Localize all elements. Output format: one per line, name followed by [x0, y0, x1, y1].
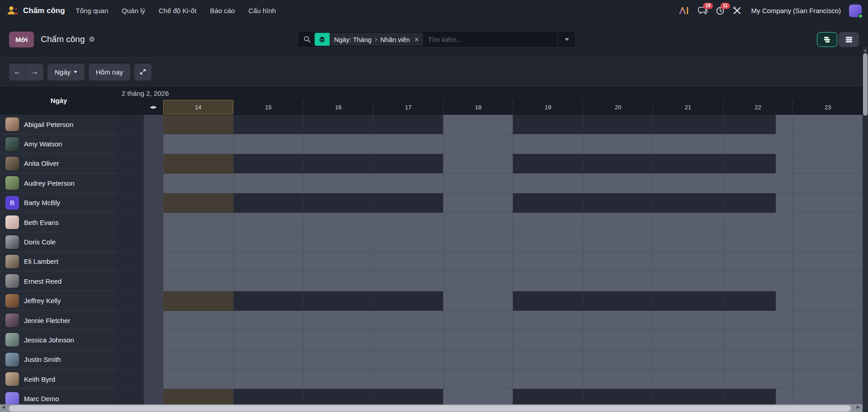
- gantt-cell-day-15[interactable]: [233, 252, 303, 272]
- today-button[interactable]: Hôm nay: [89, 64, 130, 80]
- gantt-cell-day-17[interactable]: [373, 232, 443, 252]
- employee-row[interactable]: Eli Lambert: [0, 252, 118, 272]
- gantt-cell-day-16[interactable]: [303, 193, 373, 213]
- next-button[interactable]: →: [26, 64, 43, 80]
- gantt-cell-day-18[interactable]: [443, 232, 513, 252]
- gantt-cell-day-23[interactable]: [793, 350, 863, 370]
- gantt-cell-day-18[interactable]: [443, 330, 513, 350]
- gantt-cell-day-20[interactable]: [583, 330, 653, 350]
- attendance-app-icon[interactable]: [6, 5, 19, 17]
- facet-close-icon[interactable]: ×: [415, 36, 419, 43]
- gear-icon[interactable]: ⚙: [89, 35, 95, 43]
- gantt-cell-day-22[interactable]: [723, 350, 793, 370]
- gantt-cell-day-22[interactable]: [723, 173, 793, 193]
- gantt-cell-day-15[interactable]: [233, 134, 303, 154]
- menu-item-2[interactable]: Quản lý: [122, 7, 145, 14]
- gantt-view-button[interactable]: [817, 32, 837, 47]
- gantt-cell-day-16[interactable]: [303, 370, 373, 389]
- user-avatar[interactable]: [849, 5, 862, 17]
- search-dropdown-toggle[interactable]: [557, 32, 576, 47]
- menu-item-3[interactable]: Chế độ Ki-ốt: [159, 7, 196, 14]
- gantt-cell-day-19[interactable]: [513, 173, 583, 193]
- gantt-cell-day-22[interactable]: [723, 311, 793, 330]
- gantt-cell-day-19[interactable]: [513, 252, 583, 272]
- horizontal-scrollbar[interactable]: ◀ ▶: [0, 404, 863, 412]
- messages-button[interactable]: 19: [698, 6, 708, 15]
- gantt-cell-day-14[interactable]: [163, 115, 233, 134]
- gantt-cell-day-16[interactable]: [303, 134, 373, 154]
- gantt-cell-day-20[interactable]: [583, 252, 653, 272]
- gantt-cell-day-19[interactable]: [513, 330, 583, 350]
- gantt-cell-day-14[interactable]: [163, 311, 233, 330]
- gantt-cell-day-20[interactable]: [583, 311, 653, 330]
- gantt-cell-day-18[interactable]: [443, 291, 513, 311]
- gantt-cell-day-18[interactable]: [443, 154, 513, 173]
- gantt-cell-day-14[interactable]: [163, 134, 233, 154]
- gantt-cell-day-16[interactable]: [303, 389, 373, 405]
- gantt-cell-day-14[interactable]: [163, 330, 233, 350]
- gantt-cell-day-21[interactable]: [653, 252, 723, 272]
- gantt-cell-day-17[interactable]: [373, 134, 443, 154]
- gantt-cell-day-21[interactable]: [653, 115, 723, 134]
- gantt-cell-day-21[interactable]: [653, 370, 723, 389]
- gantt-cell-day-19[interactable]: [513, 232, 583, 252]
- gantt-cell-day-21[interactable]: [653, 350, 723, 370]
- new-button[interactable]: Mới: [9, 32, 34, 47]
- gantt-cell-day-23[interactable]: [793, 154, 863, 173]
- gantt-cell-day-19[interactable]: [513, 193, 583, 213]
- gantt-cell-day-14[interactable]: [163, 350, 233, 370]
- gantt-cell-day-18[interactable]: [443, 272, 513, 291]
- gantt-cell-day-22[interactable]: [723, 193, 793, 213]
- expand-range-icon[interactable]: ◀▶: [144, 100, 163, 114]
- gantt-cell-day-15[interactable]: [233, 154, 303, 173]
- gantt-cell-day-18[interactable]: [443, 389, 513, 405]
- gantt-cell-day-20[interactable]: [583, 134, 653, 154]
- gantt-cell-day-15[interactable]: [233, 330, 303, 350]
- app-name[interactable]: Chấm công: [23, 6, 65, 15]
- gantt-cell-day-15[interactable]: [233, 370, 303, 389]
- gantt-cell-day-23[interactable]: [793, 213, 863, 232]
- gantt-cell-day-19[interactable]: [513, 134, 583, 154]
- gantt-cell-day-21[interactable]: [653, 213, 723, 232]
- search-input[interactable]: Tìm kiếm...: [428, 36, 462, 43]
- gantt-cell-day-20[interactable]: [583, 154, 653, 173]
- gantt-cell-day-15[interactable]: [233, 389, 303, 405]
- company-switcher[interactable]: My Company (San Francisco): [751, 7, 841, 14]
- gantt-cell-day-14[interactable]: [163, 173, 233, 193]
- gantt-cell-day-20[interactable]: [583, 232, 653, 252]
- gantt-cell-day-15[interactable]: [233, 193, 303, 213]
- search-bar[interactable]: Ngày: Tháng > Nhân viên × Tìm kiếm...: [297, 31, 576, 48]
- gantt-cell-day-21[interactable]: [653, 291, 723, 311]
- gantt-cell-day-16[interactable]: [303, 350, 373, 370]
- gantt-cell-day-14[interactable]: [163, 154, 233, 173]
- gantt-cell-day-21[interactable]: [653, 389, 723, 405]
- employee-row[interactable]: Jessica Johnson: [0, 330, 118, 350]
- gantt-cell-day-23[interactable]: [793, 291, 863, 311]
- gantt-cell-day-16[interactable]: [303, 311, 373, 330]
- employee-row[interactable]: Amy Watson: [0, 134, 118, 154]
- prev-button[interactable]: ←: [9, 64, 26, 80]
- gantt-cell-day-18[interactable]: [443, 134, 513, 154]
- gantt-cell-day-19[interactable]: [513, 389, 583, 405]
- date-header-19[interactable]: 19: [513, 100, 583, 114]
- gantt-cell-day-17[interactable]: [373, 252, 443, 272]
- gantt-cell-day-14[interactable]: [163, 370, 233, 389]
- gantt-cell-day-23[interactable]: [793, 232, 863, 252]
- gantt-cell-day-22[interactable]: [723, 134, 793, 154]
- gantt-cell-day-22[interactable]: [723, 291, 793, 311]
- gantt-cell-day-20[interactable]: [583, 291, 653, 311]
- gantt-cell-day-20[interactable]: [583, 389, 653, 405]
- gantt-cell-day-16[interactable]: [303, 232, 373, 252]
- gantt-cell-day-20[interactable]: [583, 213, 653, 232]
- gantt-cell-day-18[interactable]: [443, 115, 513, 134]
- gantt-cell-day-23[interactable]: [793, 311, 863, 330]
- attendance-bar[interactable]: [776, 389, 793, 405]
- gantt-cell-day-17[interactable]: [373, 193, 443, 213]
- gantt-cell-day-14[interactable]: [163, 252, 233, 272]
- gantt-cell-day-18[interactable]: [443, 350, 513, 370]
- gantt-cell-day-21[interactable]: [653, 154, 723, 173]
- gantt-cell-day-23[interactable]: [793, 252, 863, 272]
- gantt-cell-day-20[interactable]: [583, 193, 653, 213]
- gantt-cell-day-20[interactable]: [583, 370, 653, 389]
- gantt-cell-day-22[interactable]: [723, 252, 793, 272]
